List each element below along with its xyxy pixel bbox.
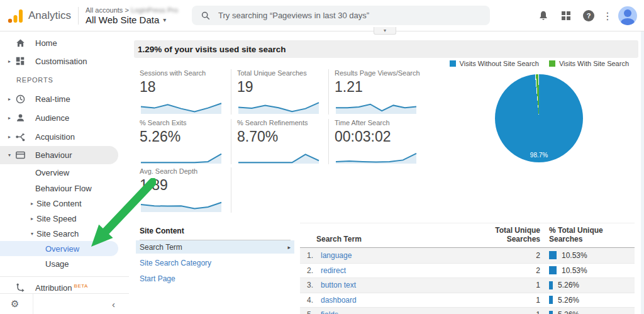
help-icon: ? (583, 10, 594, 21)
search-icon (201, 11, 211, 21)
metric-card-total-unique-searches: Total Unique Searches 19 (237, 69, 329, 115)
sparkline-chart (140, 196, 223, 213)
behaviour-icon (14, 150, 26, 160)
sidebar-item-customisation[interactable]: ▸ Customisation (0, 52, 129, 70)
pie-legend: Visits Without Site Search Visits With S… (450, 60, 629, 67)
search-term-link[interactable]: fields (321, 310, 338, 314)
chevron-right-icon: ▸ (28, 201, 36, 206)
sidebar-label: Site Search (36, 229, 79, 238)
column-header-pct-total-unique-searches[interactable]: % Total Unique Searches (540, 226, 635, 244)
notifications-button[interactable] (532, 4, 555, 27)
site-search-pie-chart: 98.7% (495, 74, 583, 162)
search-term-link[interactable]: button text (321, 281, 356, 289)
table-row: 4.dashboard 1 5.26% (300, 293, 635, 308)
search-term-link[interactable]: language (321, 251, 352, 260)
row-rank: 3. (307, 281, 321, 289)
panel-title: Site Content (140, 227, 291, 240)
legend-item-with-search: Visits With Site Search (549, 60, 629, 67)
sidebar-footer: ⚙ ‹ (0, 293, 129, 314)
metric-card-time-after-search: Time After Search 00:03:02 (335, 119, 426, 164)
analytics-app: Analytics All accounts > LoginPress Pro … (0, 0, 644, 314)
dimension-start-page[interactable]: Start Page (140, 272, 291, 285)
row-pct: 10.53% (562, 251, 587, 260)
product-name: Analytics (28, 9, 71, 22)
row-value: 2 (490, 266, 540, 275)
chevron-down-icon: ▾ (384, 28, 386, 33)
sidebar-item-home[interactable]: Home (0, 34, 129, 52)
search-input[interactable] (218, 11, 470, 20)
sidebar-label: Home (35, 38, 57, 48)
clock-icon (14, 94, 26, 104)
row-pct: 5.26% (558, 310, 579, 314)
sidebar-label: Usage (45, 259, 69, 269)
summary-banner: 1.29% of your visits used site search (134, 40, 638, 58)
sidebar-item-realtime[interactable]: ▸ Real-time (0, 89, 129, 108)
table-row: 5.fields 1 5.26% (300, 307, 635, 314)
property-selector[interactable]: All Web Site Data ▾ (86, 14, 178, 25)
property-name: All Web Site Data (86, 14, 159, 25)
breadcrumb: All accounts > LoginPress Pro (86, 6, 178, 14)
account-breadcrumb: All accounts > LoginPress Pro All Web Si… (86, 6, 178, 25)
customisation-icon (14, 56, 26, 66)
chevron-down-icon: ▾ (28, 231, 36, 237)
account-avatar[interactable] (615, 4, 640, 27)
apps-grid-button[interactable] (555, 4, 577, 27)
attribution-icon (14, 283, 26, 293)
dimension-site-search-category[interactable]: Site Search Category (140, 257, 291, 269)
global-search[interactable] (192, 6, 490, 25)
search-terms-table: Search Term Total Unique Searches % Tota… (300, 223, 635, 314)
row-rank: 1. (307, 251, 321, 260)
sidebar-item-site-content[interactable]: ▸ Site Content (0, 196, 129, 211)
metric-row-3: Avg. Search Depth 1.89 (140, 167, 237, 213)
sidebar-label: Overview (45, 244, 79, 254)
scrollbar[interactable] (641, 31, 644, 314)
row-pct: 10.53% (562, 266, 587, 275)
row-rank: 5. (307, 310, 321, 314)
breadcrumb-account[interactable]: LoginPress Pro (131, 6, 178, 14)
site-content-panel: Site Content Search Term ▸ Site Search C… (140, 227, 291, 285)
sidebar-item-site-search-overview[interactable]: Overview (0, 241, 118, 256)
breadcrumb-separator: > (125, 6, 128, 14)
legend-swatch-green (549, 60, 555, 67)
sidebar-item-site-search[interactable]: ▾ Site Search (0, 226, 129, 241)
search-term-link[interactable]: dashboard (321, 296, 357, 305)
sidebar-label: Audience (35, 113, 69, 123)
table-row: 2.redirect 2 10.53% (300, 263, 635, 278)
analytics-logo-icon (8, 8, 23, 23)
sidebar-label: Behaviour Flow (35, 184, 92, 193)
sidebar-label: Site Speed (36, 214, 77, 223)
pct-bar (549, 251, 557, 259)
sidebar-label: Customisation (35, 57, 87, 66)
table-header: Search Term Total Unique Searches % Tota… (300, 223, 635, 248)
sidebar-item-site-search-usage[interactable]: Usage (0, 256, 129, 271)
column-header-total-unique-searches[interactable]: Total Unique Searches (490, 226, 540, 244)
chevron-right-icon: ▸ (5, 59, 14, 64)
sidebar-label: Overview (35, 168, 69, 177)
sidebar-item-behaviour-flow[interactable]: Behaviour Flow (0, 181, 129, 196)
more-options-button[interactable]: ⋮ (600, 4, 615, 27)
sidebar-item-audience[interactable]: ▸ Audience (0, 108, 129, 127)
table-body: 1.language 2 10.53% 2.redirect 2 10.53% … (300, 248, 635, 314)
sparkline-chart (335, 98, 418, 115)
panel-collapse-toggle[interactable]: ▾ (374, 27, 396, 35)
collapse-sidebar-button[interactable]: ‹ (112, 299, 115, 310)
metric-card-search-refinements: % Search Refinements 8.70% (237, 119, 329, 164)
sidebar-label: AttributionBETA (35, 283, 88, 293)
pct-bar (549, 296, 553, 304)
sidebar-item-behaviour-overview[interactable]: Overview (0, 164, 129, 181)
sidebar-item-site-speed[interactable]: ▸ Site Speed (0, 211, 129, 226)
breadcrumb-root[interactable]: All accounts (86, 6, 123, 14)
dimension-search-term[interactable]: Search Term ▸ (136, 240, 294, 254)
settings-button[interactable]: ⚙ (0, 294, 33, 314)
analytics-logo[interactable]: Analytics (0, 8, 71, 23)
table-row: 3.button text 1 5.26% (300, 278, 635, 293)
column-header-search-term[interactable]: Search Term (300, 235, 490, 244)
sidebar-item-acquisition[interactable]: ▸ Acquisition (0, 127, 129, 146)
sidebar-nav: Home ▸ Customisation REPORTS ▸ Re (0, 31, 129, 314)
sidebar-label: Behaviour (35, 150, 72, 160)
sidebar-item-behaviour[interactable]: ▾ Behaviour (0, 146, 118, 164)
help-button[interactable]: ? (577, 4, 600, 27)
sparkline-chart (237, 147, 320, 164)
search-term-link[interactable]: redirect (321, 266, 346, 275)
chevron-right-icon: ▸ (5, 134, 14, 140)
